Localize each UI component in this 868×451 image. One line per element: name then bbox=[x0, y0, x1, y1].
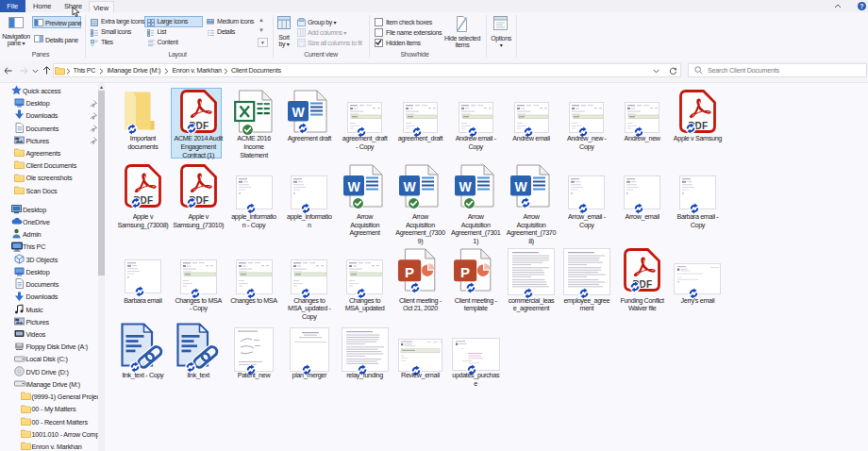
svg-text:W: W bbox=[292, 104, 306, 119]
svg-text:W: W bbox=[459, 179, 472, 194]
svg-text:W: W bbox=[514, 179, 527, 194]
svg-text:P: P bbox=[405, 263, 414, 279]
svg-text:W: W bbox=[348, 179, 361, 194]
svg-text:W: W bbox=[403, 179, 416, 194]
svg-text:P: P bbox=[460, 263, 470, 279]
